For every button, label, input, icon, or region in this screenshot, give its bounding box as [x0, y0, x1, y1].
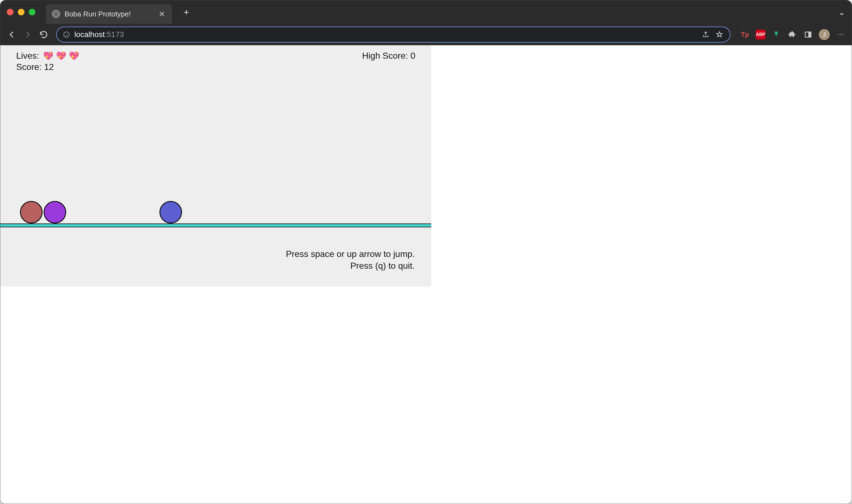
minimize-window-button[interactable]	[18, 9, 24, 15]
heart-icon: 💖	[69, 51, 79, 60]
score-label: Score:	[16, 62, 41, 72]
browser-window: Boba Run Prototype! ✕ + ⌄ localhost:5173	[0, 0, 852, 504]
reload-button[interactable]	[38, 29, 50, 40]
hud-top: Lives: 💖💖💖 Score: 12 High Score: 0	[16, 51, 415, 72]
score-value: 12	[44, 62, 54, 72]
page-content: Lives: 💖💖💖 Score: 12 High Score: 0 Press…	[0, 45, 852, 504]
game-ball	[44, 201, 66, 223]
titlebar: Boba Run Prototype! ✕ + ⌄	[0, 0, 852, 24]
extension-abp-icon[interactable]: ABP	[756, 30, 766, 39]
side-panel-icon[interactable]	[803, 29, 813, 40]
score-row: Score: 12	[16, 62, 79, 72]
extension-pin-icon[interactable]	[771, 29, 781, 40]
fullscreen-window-button[interactable]	[29, 9, 35, 15]
lives-hearts: 💖💖💖	[43, 51, 79, 60]
browser-menu-icon[interactable]: ⋮	[835, 30, 846, 39]
high-score-row: High Score: 0	[362, 51, 415, 72]
heart-icon: 💖	[43, 51, 53, 60]
extensions-puzzle-icon[interactable]	[787, 29, 797, 40]
globe-icon	[52, 10, 60, 18]
url-text: localhost:5173	[74, 30, 697, 39]
close-window-button[interactable]	[7, 9, 14, 15]
hud-bottom: Press space or up arrow to jump. Press (…	[286, 248, 415, 272]
game-ball	[20, 201, 42, 223]
window-controls	[7, 9, 35, 15]
chevron-down-icon: ⌄	[838, 8, 845, 17]
share-icon[interactable]	[701, 30, 711, 39]
tab-title: Boba Run Prototype!	[65, 10, 153, 18]
high-score-label: High Score:	[362, 51, 408, 60]
close-tab-icon[interactable]: ✕	[158, 8, 166, 20]
lives-label: Lives:	[16, 51, 39, 60]
browser-tab[interactable]: Boba Run Prototype! ✕	[46, 4, 172, 24]
lives-row: Lives: 💖💖💖	[16, 51, 79, 61]
help-quit: Press (q) to quit.	[286, 260, 415, 272]
svg-rect-3	[808, 32, 811, 37]
ground-line	[0, 223, 431, 227]
help-jump: Press space or up arrow to jump.	[286, 248, 415, 260]
heart-icon: 💖	[56, 51, 66, 60]
forward-button[interactable]	[22, 29, 34, 40]
back-button[interactable]	[6, 29, 18, 40]
game-canvas[interactable]: Lives: 💖💖💖 Score: 12 High Score: 0 Press…	[0, 45, 431, 287]
url-host: localhost	[74, 30, 105, 39]
address-bar[interactable]: localhost:5173	[56, 26, 730, 42]
site-info-icon[interactable]	[62, 31, 71, 39]
high-score-value: 0	[410, 51, 415, 60]
profile-avatar[interactable]: J	[819, 29, 830, 40]
new-tab-button[interactable]: +	[180, 5, 192, 20]
extension-tp-icon[interactable]: Tp	[740, 29, 750, 40]
hud-left: Lives: 💖💖💖 Score: 12	[16, 51, 79, 72]
tab-list-dropdown[interactable]: ⌄	[838, 7, 845, 17]
bookmark-star-icon[interactable]	[714, 30, 724, 39]
browser-toolbar: localhost:5173 Tp ABP J ⋮	[0, 24, 852, 45]
game-ball	[159, 201, 182, 223]
url-port: :5173	[105, 30, 124, 39]
extension-icons: Tp ABP J ⋮	[740, 29, 846, 40]
